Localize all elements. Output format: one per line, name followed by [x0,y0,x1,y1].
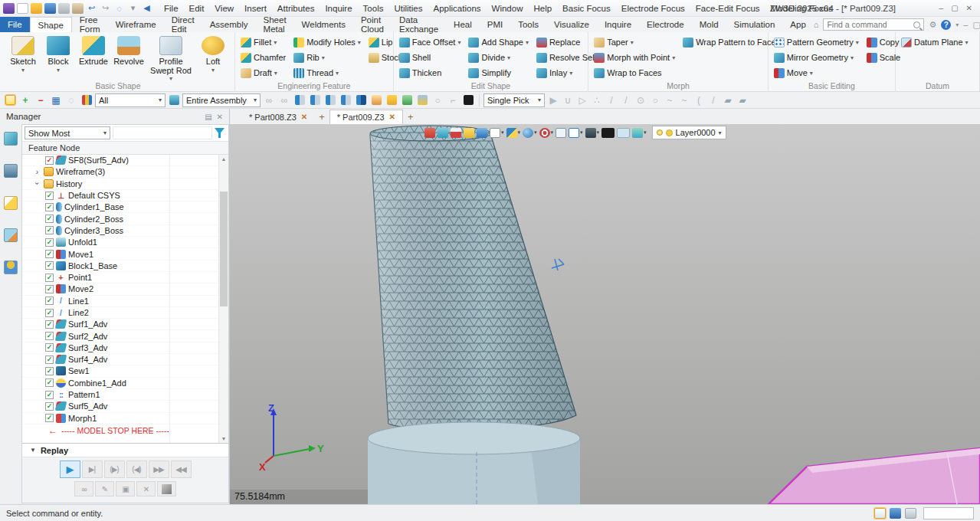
ribbon-tab[interactable]: Sheet Metal [256,17,294,32]
ribbon-small-button[interactable]: Rib [292,50,367,65]
tree-search-field[interactable] [113,126,212,139]
menu-item[interactable]: Face-Edit Focus [690,4,765,13]
viewport-tool[interactable] [632,128,647,138]
quickbar-icon[interactable]: + [18,93,32,107]
ribbon-small-button[interactable]: Mirror Geometry [772,50,865,65]
ribbon-tab[interactable]: Inquire [597,17,639,32]
viewport-tool[interactable] [438,128,448,138]
menu-item[interactable]: File [159,4,184,13]
dropdown-arrow-icon[interactable] [965,39,969,46]
ribbon-small-button[interactable]: Wrap to Faces [592,65,681,80]
ribbon-tab[interactable]: Shape [30,17,72,32]
ribbon-tab[interactable]: Direct Edit [164,17,202,32]
feature-checkbox[interactable] [45,414,54,422]
viewport-tool[interactable] [506,128,521,138]
viewport-tool[interactable] [477,128,487,138]
app-icon[interactable] [17,3,28,14]
ribbon-tab[interactable]: Free Form [72,17,108,32]
quickbar-icon[interactable]: ~ [663,93,677,107]
dropdown-arrow-icon[interactable] [507,54,510,61]
manager-tab-icon[interactable] [4,164,18,178]
dropdown-arrow-icon[interactable] [631,39,634,46]
pink-surface-model[interactable] [769,448,980,504]
dropdown-arrow-icon[interactable] [856,39,859,46]
quickbar-icon[interactable] [400,93,414,107]
ribbon-small-button[interactable]: Morph with Point [592,50,681,65]
app-icon[interactable] [31,3,42,14]
quickbar-icon[interactable]: ∪ [561,93,575,107]
feature-checkbox[interactable] [45,402,54,411]
ribbon-large-button[interactable]: Profile Swept Rod [146,34,195,82]
tab-close-icon[interactable]: ✕ [301,113,307,121]
quickbar-icon[interactable] [415,93,429,107]
app-icon[interactable]: ↪ [100,3,111,14]
feature-checkbox[interactable] [45,320,54,329]
feature-checkbox[interactable] [45,274,54,282]
menu-item[interactable]: Edit [184,4,210,13]
ribbon-tab[interactable]: Point Cloud [353,17,392,32]
chevron-down-icon[interactable] [501,129,504,136]
manager-tab-icon[interactable] [4,228,18,242]
tree-expander-icon[interactable] [33,179,41,188]
feature-checkbox[interactable] [45,297,54,305]
feature-checkbox[interactable] [45,215,54,223]
status-input[interactable] [923,507,974,519]
quickbar-icon[interactable] [308,93,322,107]
replay-button[interactable]: ◀◀ [171,460,192,478]
quickbar-icon[interactable] [167,93,181,107]
feature-checkbox[interactable] [45,332,54,340]
ribbon-tab[interactable]: File [0,17,30,32]
feature-tree-item[interactable]: Wireframe(3) [22,166,218,178]
scroll-down-icon[interactable]: ▼ [219,436,228,441]
feature-tree-item[interactable]: Default CSYS [22,190,218,202]
viewport[interactable]: Z Y X [230,124,980,504]
dropdown-arrow-icon[interactable] [211,67,215,74]
ribbon-small-button[interactable]: Divide [467,50,534,65]
add-tab-button[interactable]: + [405,111,416,123]
gear-icon[interactable]: ⚙ [929,20,936,30]
ribbon-small-button[interactable]: Fillet [239,34,292,50]
app-icon[interactable] [3,3,15,14]
viewport-tool[interactable] [556,128,566,138]
menu-item[interactable]: View [209,4,239,13]
ribbon-tab[interactable]: Mold [692,17,726,32]
quickbar-icon[interactable] [385,93,398,107]
chevron-down-icon[interactable] [597,129,600,136]
manager-tab-icon[interactable] [4,196,18,210]
dropdown-arrow-icon[interactable] [569,70,572,77]
viewport-tool[interactable] [451,128,461,138]
quickbar-icon[interactable]: ▷ [575,93,589,107]
feature-tree-item[interactable]: Surf4_Adv [22,354,218,365]
quickbar-icon[interactable]: ⌐ [446,93,460,107]
dropdown-arrow-icon[interactable] [57,67,60,74]
ribbon-large-button[interactable]: Revolve [111,34,146,82]
viewport-tool[interactable] [569,128,583,138]
replay-button[interactable]: ▣ [116,481,135,496]
ribbon-large-button[interactable]: Block [41,34,76,82]
status-toggle-icon[interactable] [905,508,916,519]
feature-checkbox[interactable] [45,238,54,247]
dropdown-arrow-icon[interactable] [274,39,277,46]
panel-close-icon[interactable]: ✕ [217,113,223,121]
tree-filter-dropdown[interactable]: Show Most [25,126,110,139]
quickbar-icon[interactable] [461,93,475,107]
viewport-tool[interactable] [464,128,474,138]
quickbar-icon[interactable]: ▶ [546,93,560,107]
viewport-tool[interactable] [539,128,554,138]
feature-checkbox[interactable] [45,192,54,200]
pick-mode-dropdown[interactable]: Single Pick [483,93,545,107]
quickbar-icon[interactable]: ∞ [262,93,276,107]
feature-checkbox[interactable] [45,367,54,375]
dropdown-arrow-icon[interactable] [526,39,529,46]
layer-visibility-icon[interactable] [657,129,663,136]
scrollbar-thumb[interactable] [220,192,228,306]
viewport-tool[interactable] [601,128,615,138]
replay-button[interactable]: ✕ [136,481,156,496]
feature-tree-item[interactable]: Unfold1 [22,237,218,248]
dropdown-arrow-icon[interactable] [457,39,461,46]
app-icon[interactable]: ▾ [127,3,139,14]
filter-funnel-icon[interactable] [215,128,225,138]
ribbon-small-button[interactable]: Thicken [398,65,467,80]
home-icon[interactable]: ⌂ [814,20,819,29]
replay-button[interactable]: ✎ [95,481,114,496]
